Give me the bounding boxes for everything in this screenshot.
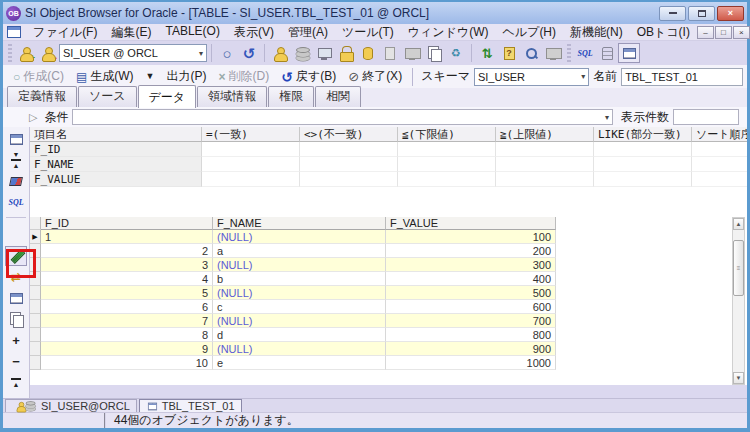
connection-combo[interactable]: SI_USER @ ORCL ▾: [59, 44, 207, 62]
cell-f-value[interactable]: 800: [386, 328, 556, 342]
cell-f-id[interactable]: 7: [41, 314, 213, 328]
sql-view-button[interactable]: SQL: [5, 192, 27, 212]
cell-f-name[interactable]: b: [213, 272, 386, 286]
vertical-scrollbar[interactable]: ▲ ≡ ▼: [732, 217, 745, 385]
menu-item-7[interactable]: ヘルプ(H): [496, 23, 564, 42]
filter-column-header[interactable]: ≧(上限値): [496, 127, 594, 142]
menu-item-9[interactable]: OBトコ(I): [630, 23, 697, 42]
export-grid-button[interactable]: [5, 288, 27, 308]
filter-column-header[interactable]: LIKE(部分一致): [594, 127, 692, 142]
table-row[interactable]: ▶1(NULL)100: [30, 230, 556, 244]
edit-mode-button[interactable]: [5, 246, 27, 266]
table-row[interactable]: 9(NULL)900: [30, 342, 556, 356]
scroll-thumb[interactable]: ≡: [733, 240, 744, 296]
filter-input-cell[interactable]: [300, 157, 398, 172]
filter-input-cell[interactable]: [692, 157, 747, 172]
menu-item-6[interactable]: ウィンドウ(W): [401, 23, 496, 42]
session-tab-table[interactable]: TBL_TEST_01: [139, 399, 242, 412]
copy-rows-button[interactable]: [5, 309, 27, 329]
script-button[interactable]: [596, 43, 618, 63]
new-object-button[interactable]: ○: [216, 43, 238, 63]
row-indicator[interactable]: [30, 300, 41, 314]
sql-help-button[interactable]: ?: [498, 43, 520, 63]
cell-f-id[interactable]: 6: [41, 300, 213, 314]
filter-input-cell[interactable]: [594, 157, 692, 172]
name-input[interactable]: TBL_TEST_01: [621, 68, 743, 86]
go-top-button[interactable]: ▲: [5, 372, 27, 392]
cell-f-name[interactable]: (NULL): [213, 314, 386, 328]
recycle-bin-button[interactable]: ♻: [445, 43, 467, 63]
filter-column-header[interactable]: =(一致): [202, 127, 300, 142]
generate-button[interactable]: ▤ 生成(W): [70, 67, 140, 86]
filter-input-cell[interactable]: [692, 172, 747, 187]
refresh-button[interactable]: ↺: [238, 43, 260, 63]
cell-f-name[interactable]: (NULL): [213, 258, 386, 272]
cell-f-name[interactable]: d: [213, 328, 386, 342]
cell-f-id[interactable]: 3: [41, 258, 213, 272]
maximize-button[interactable]: [688, 6, 715, 21]
cell-f-name[interactable]: e: [213, 356, 386, 370]
search-button[interactable]: [520, 43, 542, 63]
tab-kengen[interactable]: 権限: [268, 86, 314, 107]
export-screen-button[interactable]: [542, 43, 564, 63]
table-row[interactable]: 3(NULL)300: [30, 258, 556, 272]
filter-column-header[interactable]: 項目名: [30, 127, 202, 142]
cell-f-id[interactable]: 5: [41, 286, 213, 300]
schema-combo[interactable]: SI_USER ▾: [474, 68, 589, 86]
cell-f-value[interactable]: 500: [386, 286, 556, 300]
rollback-button[interactable]: [357, 43, 379, 63]
cell-f-value[interactable]: 300: [386, 258, 556, 272]
fit-rows-button[interactable]: ▼▲: [5, 150, 27, 170]
filter-input-cell[interactable]: [202, 142, 300, 157]
filter-input-cell[interactable]: [398, 142, 496, 157]
table-row[interactable]: 6c600: [30, 300, 556, 314]
row-count-input[interactable]: [673, 109, 739, 125]
filter-input-cell[interactable]: [594, 172, 692, 187]
row-indicator[interactable]: [30, 328, 41, 342]
session-button[interactable]: [313, 43, 335, 63]
cell-f-id[interactable]: 8: [41, 328, 213, 342]
table-row[interactable]: 8d800: [30, 328, 556, 342]
filter-input-cell[interactable]: [202, 157, 300, 172]
cell-f-id[interactable]: 2: [41, 244, 213, 258]
cell-f-id[interactable]: 10: [41, 356, 213, 370]
menu-item-3[interactable]: 表示(V): [227, 23, 281, 42]
cell-f-value[interactable]: 400: [386, 272, 556, 286]
table-row[interactable]: 7(NULL)700: [30, 314, 556, 328]
row-indicator[interactable]: [30, 286, 41, 300]
cell-f-name[interactable]: a: [213, 244, 386, 258]
create-button[interactable]: ○ 作成(C): [7, 67, 70, 86]
revert-button[interactable]: ↺ 戻す(B): [275, 67, 342, 86]
mdi-minimize-button[interactable]: –: [697, 26, 714, 39]
file-button[interactable]: [379, 43, 401, 63]
sql-executor-button[interactable]: SQL: [574, 43, 596, 63]
table-row[interactable]: 5(NULL)500: [30, 286, 556, 300]
cell-f-value[interactable]: 200: [386, 244, 556, 258]
user-button[interactable]: [269, 43, 291, 63]
cell-f-id[interactable]: 9: [41, 342, 213, 356]
column-header-f-name[interactable]: F_NAME: [213, 217, 386, 230]
remove-row-button[interactable]: −: [5, 351, 27, 371]
monitor-button[interactable]: [401, 43, 423, 63]
database-button[interactable]: [291, 43, 313, 63]
toolbar-grip[interactable]: [8, 44, 12, 62]
quit-button[interactable]: ⊘ 終了(X): [342, 67, 408, 86]
row-indicator[interactable]: [30, 342, 41, 356]
menu-item-4[interactable]: 管理(A): [281, 23, 335, 42]
filter-column-header[interactable]: ソート順序: [692, 127, 747, 142]
current-row-indicator[interactable]: ▶: [30, 230, 41, 244]
menu-item-5[interactable]: ツール(T): [335, 23, 401, 42]
tab-teigijoho[interactable]: 定義情報: [7, 86, 77, 107]
cell-f-name[interactable]: (NULL): [213, 230, 386, 244]
minimize-button[interactable]: [659, 6, 686, 21]
row-indicator[interactable]: [30, 258, 41, 272]
disconnect-button[interactable]: −: [37, 43, 59, 63]
add-row-button[interactable]: +: [5, 330, 27, 350]
clear-condition-button[interactable]: [5, 171, 27, 191]
cell-f-name[interactable]: c: [213, 300, 386, 314]
copy-objects-button[interactable]: [423, 43, 445, 63]
security-button[interactable]: [335, 43, 357, 63]
filter-input-cell[interactable]: [300, 172, 398, 187]
filter-column-header[interactable]: <>(不一致): [300, 127, 398, 142]
tab-data[interactable]: データ: [138, 85, 197, 108]
